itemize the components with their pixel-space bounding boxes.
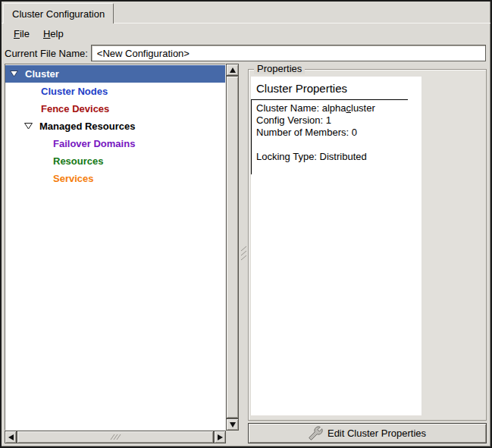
locking-type-line: Locking Type: Distributed [256, 151, 408, 163]
tree-item-label: Services [53, 173, 94, 184]
menu-item-file[interactable]: File [7, 26, 36, 42]
properties-frame-label: Properties [254, 63, 305, 74]
left-arrow-icon [8, 434, 14, 440]
tree-item-label: Fence Devices [41, 103, 109, 114]
properties-content: Cluster Properties Cluster Name: alphacl… [251, 77, 421, 415]
horizontal-scrollbar[interactable] [5, 431, 226, 443]
scroll-left-button[interactable] [5, 431, 17, 443]
up-arrow-icon [230, 67, 236, 73]
cluster-tree-pane: Cluster Cluster Nodes Fence Devices Mana… [5, 64, 239, 443]
tree-item-label: Failover Domains [53, 138, 135, 149]
tree-item-label: Cluster Nodes [41, 86, 108, 97]
tree-item-managed-resources[interactable]: Managed Resources [5, 117, 225, 135]
tree-item-label: Managed Resources [39, 121, 135, 132]
right-arrow-icon [218, 434, 223, 440]
menu-item-help[interactable]: Help [36, 26, 71, 42]
tab-bar: Cluster Configuration [2, 2, 490, 23]
tree-item-label: Cluster [25, 68, 59, 80]
current-file-name-input[interactable] [91, 45, 486, 61]
cluster-properties-heading: Cluster Properties [251, 77, 421, 99]
vertical-scrollbar-thumb[interactable] [226, 76, 239, 418]
scroll-up-button[interactable] [226, 64, 239, 76]
tree-item-failover-domains[interactable]: Failover Domains [5, 135, 225, 152]
properties-pane: Properties Cluster Properties Cluster Na… [248, 64, 487, 443]
tree-item-services[interactable]: Services [5, 170, 225, 187]
cluster-configuration-window: Cluster Configuration File Help Current … [0, 0, 492, 448]
expander-icon[interactable] [9, 70, 19, 78]
scrollbar-corner [226, 431, 239, 443]
main-area: Cluster Cluster Nodes Fence Devices Mana… [2, 63, 490, 446]
notebook-page: File Help Current File Name: Cluster [2, 23, 490, 446]
expander-icon[interactable] [24, 122, 33, 130]
current-file-name-label: Current File Name: [5, 48, 88, 59]
down-arrow-icon [230, 422, 236, 428]
tab-cluster-configuration[interactable]: Cluster Configuration [3, 3, 114, 23]
grip-icon [109, 434, 121, 440]
wrench-icon [309, 426, 323, 440]
scroll-right-button[interactable] [214, 431, 226, 443]
tab-label: Cluster Configuration [12, 8, 105, 20]
cluster-tree: Cluster Cluster Nodes Fence Devices Mana… [5, 64, 226, 431]
edit-button-label: Edit Cluster Properties [327, 428, 426, 439]
vertical-scrollbar[interactable] [226, 64, 239, 431]
properties-frame: Properties Cluster Properties Cluster Na… [248, 69, 487, 421]
tree-item-cluster[interactable]: Cluster [5, 65, 225, 83]
number-of-members-line: Number of Members: 0 [256, 127, 408, 139]
menubar: File Help [2, 23, 490, 43]
tree-item-fence-devices[interactable]: Fence Devices [5, 100, 225, 117]
cluster-properties-details: Cluster Name: alphacluster Config Versio… [251, 99, 408, 174]
horizontal-scrollbar-thumb[interactable] [17, 431, 214, 443]
pane-splitter[interactable] [239, 64, 248, 443]
file-name-row: Current File Name: [2, 43, 490, 63]
edit-cluster-properties-button[interactable]: Edit Cluster Properties [248, 423, 487, 443]
scroll-down-button[interactable] [226, 418, 239, 431]
cluster-name-line: Cluster Name: alphacluster [256, 102, 408, 114]
splitter-grip-icon [240, 246, 247, 262]
tree-item-resources[interactable]: Resources [5, 152, 225, 170]
config-version-line: Config Version: 1 [256, 114, 408, 127]
tree-item-label: Resources [53, 155, 103, 167]
tree-item-cluster-nodes[interactable]: Cluster Nodes [5, 83, 225, 100]
